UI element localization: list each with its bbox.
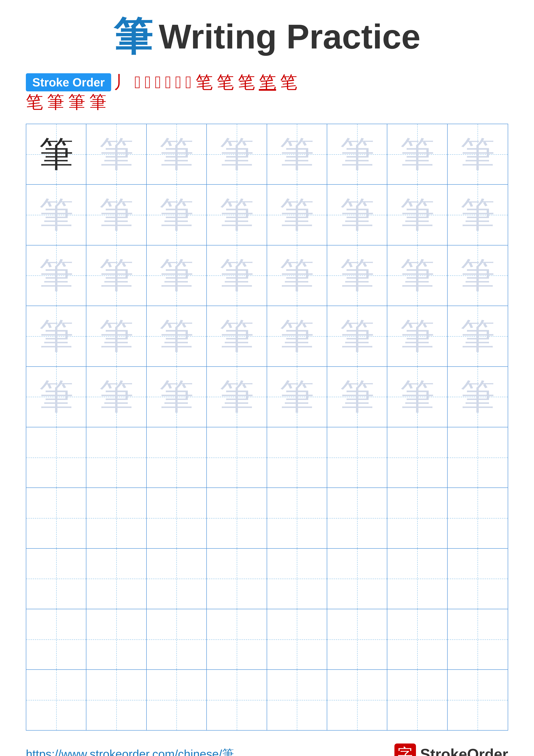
stroke-order-section: Stroke Order 丿 𠂆 𠂇 𠂈 𠂊 𠂋 𠂌 笔 笔 笔 笔 笔 笔 筆… — [26, 73, 508, 111]
grid-cell-5-4: 筆 — [207, 367, 267, 427]
page: 筆 Writing Practice Stroke Order 丿 𠂆 𠂇 𠂈 … — [0, 0, 534, 756]
stroke-order-row1: Stroke Order 丿 𠂆 𠂇 𠂈 𠂊 𠂋 𠂌 笔 笔 笔 笔 笔 — [26, 73, 508, 92]
grid-cell-8-3 — [147, 549, 207, 609]
grid-cell-9-1 — [26, 609, 87, 669]
grid-cell-1-3: 筆 — [147, 124, 207, 184]
grid-cell-1-5: 筆 — [267, 124, 327, 184]
stroke-char-12: 笔 — [280, 74, 297, 91]
grid-cell-6-5 — [267, 427, 327, 487]
grid-cell-7-1 — [26, 488, 87, 548]
grid-cell-8-6 — [327, 549, 387, 609]
practice-char-light: 筆 — [159, 380, 194, 414]
practice-grid: 筆 筆 筆 筆 筆 筆 筆 筆 — [26, 124, 508, 731]
grid-cell-9-6 — [327, 609, 387, 669]
practice-char-light: 筆 — [340, 137, 374, 172]
practice-char-light: 筆 — [400, 258, 435, 293]
grid-cell-1-8: 筆 — [447, 124, 508, 184]
grid-cell-3-2: 筆 — [87, 245, 146, 306]
grid-cell-7-8 — [447, 488, 508, 548]
grid-cell-10-8 — [447, 670, 508, 730]
grid-cell-6-8 — [447, 427, 508, 487]
grid-cell-6-3 — [147, 427, 207, 487]
grid-cell-4-2: 筆 — [87, 306, 146, 366]
practice-char-light: 筆 — [99, 137, 134, 172]
practice-char-light: 筆 — [400, 198, 435, 232]
stroke-char-3: 𠂇 — [144, 74, 151, 91]
grid-cell-6-2 — [87, 427, 146, 487]
grid-cell-8-1 — [26, 549, 87, 609]
grid-cell-5-5: 筆 — [267, 367, 327, 427]
grid-cell-6-4 — [207, 427, 267, 487]
grid-cell-7-5 — [267, 488, 327, 548]
grid-cell-3-4: 筆 — [207, 245, 267, 306]
practice-char-light: 筆 — [39, 380, 73, 414]
practice-char-light: 筆 — [99, 319, 134, 353]
footer-url: https://www.strokeorder.com/chinese/筆 — [26, 746, 234, 756]
stroke-order-badge: Stroke Order — [26, 73, 111, 92]
practice-char-light: 筆 — [340, 198, 374, 232]
grid-cell-4-8: 筆 — [447, 306, 508, 366]
practice-char-light: 筆 — [280, 319, 314, 353]
grid-cell-1-6: 筆 — [327, 124, 387, 184]
grid-cell-2-6: 筆 — [327, 185, 387, 245]
grid-row-6 — [26, 427, 508, 488]
grid-row-8 — [26, 549, 508, 609]
practice-char-light: 筆 — [39, 198, 73, 232]
grid-cell-7-3 — [147, 488, 207, 548]
grid-cell-5-7: 筆 — [387, 367, 447, 427]
grid-row-4: 筆 筆 筆 筆 筆 筆 筆 筆 — [26, 306, 508, 366]
grid-cell-10-5 — [267, 670, 327, 730]
grid-cell-2-2: 筆 — [87, 185, 146, 245]
stroke-char-8: 笔 — [195, 74, 213, 91]
practice-char-light: 筆 — [219, 137, 254, 172]
grid-cell-6-1 — [26, 427, 87, 487]
grid-cell-10-7 — [387, 670, 447, 730]
practice-char-light: 筆 — [340, 380, 374, 414]
grid-cell-9-3 — [147, 609, 207, 669]
practice-char-light: 筆 — [280, 137, 314, 172]
grid-cell-1-7: 筆 — [387, 124, 447, 184]
grid-cell-10-3 — [147, 670, 207, 730]
grid-cell-4-5: 筆 — [267, 306, 327, 366]
practice-char-light: 筆 — [280, 380, 314, 414]
practice-char-light: 筆 — [460, 380, 495, 414]
practice-char-light: 筆 — [159, 319, 194, 353]
grid-cell-2-8: 筆 — [447, 185, 508, 245]
practice-char-dark: 筆 — [39, 137, 73, 172]
grid-cell-5-3: 筆 — [147, 367, 207, 427]
grid-cell-2-1: 筆 — [26, 185, 87, 245]
practice-char-light: 筆 — [219, 198, 254, 232]
grid-cell-4-3: 筆 — [147, 306, 207, 366]
practice-char-light: 筆 — [219, 319, 254, 353]
grid-cell-9-5 — [267, 609, 327, 669]
practice-char-light: 筆 — [280, 198, 314, 232]
stroke-char-14: 筆 — [47, 94, 64, 111]
practice-char-light: 筆 — [39, 319, 73, 353]
grid-cell-2-4: 筆 — [207, 185, 267, 245]
grid-cell-9-2 — [87, 609, 146, 669]
grid-row-1: 筆 筆 筆 筆 筆 筆 筆 筆 — [26, 124, 508, 185]
grid-cell-9-8 — [447, 609, 508, 669]
practice-char-light: 筆 — [460, 319, 495, 353]
grid-cell-7-7 — [387, 488, 447, 548]
grid-row-10 — [26, 670, 508, 730]
stroke-char-10: 笔 — [238, 74, 255, 91]
grid-cell-3-8: 筆 — [447, 245, 508, 306]
grid-row-9 — [26, 609, 508, 670]
grid-cell-8-5 — [267, 549, 327, 609]
stroke-char-1: 丿 — [113, 74, 131, 91]
practice-char-light: 筆 — [219, 380, 254, 414]
practice-char-light: 筆 — [159, 258, 194, 293]
grid-cell-6-6 — [327, 427, 387, 487]
practice-char-light: 筆 — [460, 198, 495, 232]
grid-cell-4-1: 筆 — [26, 306, 87, 366]
grid-cell-9-4 — [207, 609, 267, 669]
grid-cell-10-6 — [327, 670, 387, 730]
stroke-chars-row1: 丿 𠂆 𠂇 𠂈 𠂊 𠂋 𠂌 笔 笔 笔 笔 笔 — [113, 74, 297, 91]
stroke-char-13: 笔 — [26, 94, 43, 111]
grid-cell-10-2 — [87, 670, 146, 730]
practice-char-light: 筆 — [280, 258, 314, 293]
stroke-char-16: 筆 — [89, 94, 106, 111]
footer: https://www.strokeorder.com/chinese/筆 字 … — [26, 731, 508, 756]
grid-cell-1-1: 筆 — [26, 124, 87, 184]
